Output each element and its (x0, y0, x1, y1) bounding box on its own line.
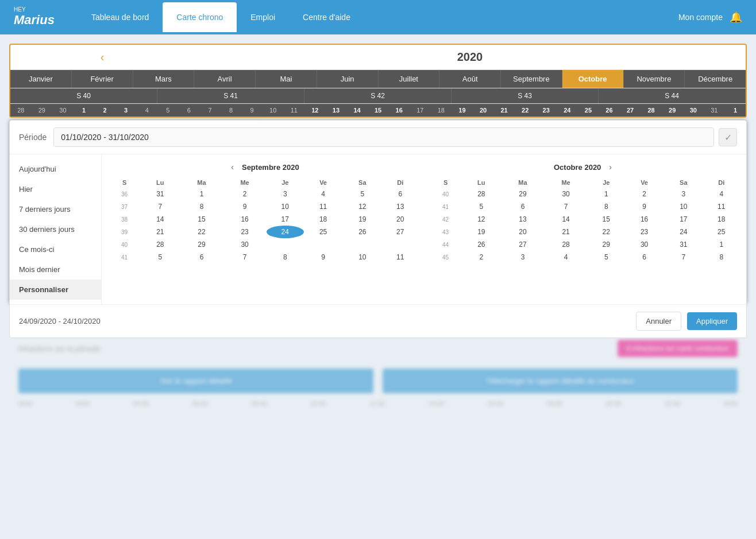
sept-cell-6[interactable]: 6 (382, 188, 418, 200)
sept-cell-1[interactable]: 1 (180, 188, 223, 200)
cal-day-24[interactable]: 22 (515, 104, 536, 117)
mon-compte-link[interactable]: Mon compte (678, 13, 723, 22)
shortcut-hier[interactable]: Hier (10, 179, 101, 199)
oct-cell-7[interactable]: 7 (545, 200, 588, 213)
shortcut-aujourdhui[interactable]: Aujourd'hui (10, 159, 101, 179)
shortcut-personnaliser[interactable]: Personnaliser (10, 280, 101, 300)
oct-cell-13[interactable]: 13 (501, 213, 544, 226)
sept-cell-8[interactable]: 8 (267, 251, 304, 263)
cal-day-31[interactable]: 29 (662, 104, 683, 117)
month-juillet[interactable]: Juillet (379, 70, 440, 88)
shortcut-30jours[interactable]: 30 derniers jours (10, 219, 101, 239)
sept-cell-16[interactable]: 16 (223, 213, 267, 226)
cal-day-28[interactable]: 26 (599, 104, 620, 117)
cal-day-7[interactable]: 5 (157, 104, 179, 117)
shortcut-cemois[interactable]: Ce mois-ci (10, 239, 101, 259)
cal-day-18[interactable]: 16 (388, 104, 410, 117)
cal-day-29[interactable]: 27 (620, 104, 641, 117)
sept-prev-button[interactable]: ‹ (227, 161, 237, 173)
sept-cell-19[interactable]: 19 (342, 213, 382, 226)
shortcut-moisdernier[interactable]: Mois dernier (10, 259, 101, 280)
oct-cell-15[interactable]: 15 (588, 213, 625, 226)
sept-cell-15[interactable]: 15 (180, 213, 223, 226)
nav-carte-chrono[interactable]: Carte chrono (163, 2, 237, 32)
sept-cell-7[interactable]: 7 (140, 200, 180, 213)
month-juin[interactable]: Juin (317, 70, 379, 88)
month-septembre[interactable]: Septembre (501, 70, 562, 88)
oct-cell-5[interactable]: 5 (588, 251, 625, 263)
sept-cell-5[interactable]: 5 (342, 188, 382, 200)
cal-day-10[interactable]: 8 (221, 104, 242, 117)
oct-cell-26[interactable]: 26 (461, 238, 501, 251)
month-mars[interactable]: Mars (133, 70, 195, 88)
oct-cell-14[interactable]: 14 (545, 213, 588, 226)
oct-cell-1[interactable]: 1 (703, 238, 739, 251)
cal-day-5[interactable]: 3 (115, 104, 137, 117)
sept-cell-5[interactable]: 5 (140, 251, 180, 263)
sept-cell-24[interactable]: 24 (267, 226, 304, 238)
sept-cell-14[interactable]: 14 (140, 213, 180, 226)
cal-day-20[interactable]: 18 (431, 104, 452, 117)
oct-cell-4[interactable]: 4 (545, 251, 588, 263)
oct-cell-2[interactable]: 2 (625, 188, 664, 200)
cal-day-21[interactable]: 19 (452, 104, 473, 117)
rapport-detail-button[interactable]: Voir le rapport détaillé (18, 369, 373, 393)
sept-cell-25[interactable]: 25 (304, 226, 342, 238)
shortcut-7jours[interactable]: 7 derniers jours (10, 199, 101, 219)
period-check-icon[interactable]: ✓ (719, 128, 737, 146)
sept-cell-31[interactable]: 31 (140, 188, 180, 200)
sept-cell-17[interactable]: 17 (267, 213, 304, 226)
oct-cell-2[interactable]: 2 (461, 251, 501, 263)
sept-cell-10[interactable]: 10 (342, 251, 382, 263)
sept-cell-7[interactable]: 7 (223, 251, 267, 263)
month-avril[interactable]: Avril (194, 70, 256, 88)
cal-day-25[interactable]: 23 (535, 104, 557, 117)
oct-cell-30[interactable]: 30 (625, 238, 664, 251)
cal-day-2[interactable]: 30 (52, 104, 74, 117)
appliquer-button[interactable]: Appliquer (687, 312, 737, 330)
nav-emploi[interactable]: Emploi (237, 2, 289, 32)
oct-cell-3[interactable]: 3 (664, 188, 703, 200)
cal-day-12[interactable]: 10 (263, 104, 284, 117)
cal-day-19[interactable]: 17 (410, 104, 431, 117)
sept-cell-[interactable] (304, 238, 342, 251)
cal-day-30[interactable]: 28 (641, 104, 662, 117)
oct-cell-1[interactable]: 1 (588, 188, 625, 200)
cal-day-0[interactable]: 28 (10, 104, 32, 117)
cal-day-13[interactable]: 11 (284, 104, 305, 117)
sept-cell-11[interactable]: 11 (304, 200, 342, 213)
sept-cell-[interactable] (342, 238, 382, 251)
oct-cell-29[interactable]: 29 (501, 188, 544, 200)
sept-cell-[interactable] (267, 238, 304, 251)
cal-day-15[interactable]: 13 (326, 104, 347, 117)
cal-day-4[interactable]: 2 (94, 104, 115, 117)
sept-cell-21[interactable]: 21 (140, 226, 180, 238)
infractions-button[interactable]: 0 infractions sur carte conducteur (618, 340, 738, 357)
oct-cell-8[interactable]: 8 (588, 200, 625, 213)
oct-cell-17[interactable]: 17 (664, 213, 703, 226)
month-decembre[interactable]: Décembre (685, 70, 746, 88)
oct-cell-31[interactable]: 31 (664, 238, 703, 251)
oct-cell-5[interactable]: 5 (461, 200, 501, 213)
cal-day-9[interactable]: 7 (199, 104, 221, 117)
cal-day-32[interactable]: 30 (683, 104, 704, 117)
sept-cell-22[interactable]: 22 (180, 226, 223, 238)
cal-day-16[interactable]: 14 (346, 104, 368, 117)
oct-cell-8[interactable]: 8 (703, 251, 739, 263)
month-mai[interactable]: Mai (256, 70, 317, 88)
oct-cell-6[interactable]: 6 (501, 200, 544, 213)
oct-cell-3[interactable]: 3 (501, 251, 544, 263)
sept-cell-20[interactable]: 20 (382, 213, 418, 226)
oct-cell-23[interactable]: 23 (625, 226, 664, 238)
month-octobre[interactable]: Octobre (562, 70, 624, 88)
month-janvier[interactable]: Janvier (10, 70, 72, 88)
cal-day-6[interactable]: 4 (136, 104, 157, 117)
oct-cell-4[interactable]: 4 (703, 188, 739, 200)
prev-year-button[interactable]: ‹ (10, 45, 194, 69)
cal-day-23[interactable]: 21 (493, 104, 515, 117)
cal-day-14[interactable]: 12 (304, 104, 326, 117)
oct-cell-29[interactable]: 29 (588, 238, 625, 251)
sept-cell-9[interactable]: 9 (223, 200, 267, 213)
sept-cell-28[interactable]: 28 (140, 238, 180, 251)
nav-centre-aide[interactable]: Centre d'aide (289, 2, 364, 32)
